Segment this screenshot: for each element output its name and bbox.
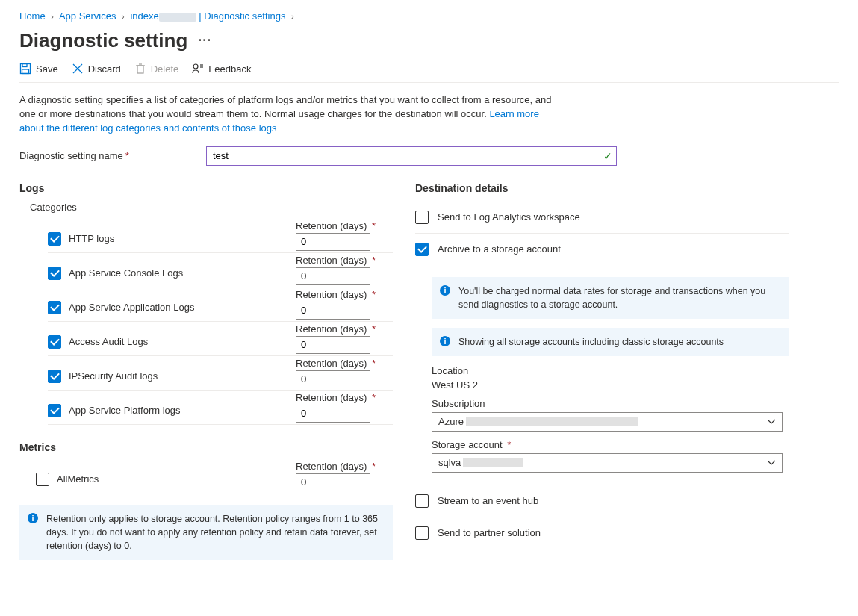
retention-label: Retention (days) * (296, 255, 393, 266)
log-label: HTTP logs (69, 233, 114, 244)
setting-name-input[interactable] (206, 146, 617, 166)
svg-text:i: i (31, 514, 34, 523)
chevron-right-icon: › (122, 12, 125, 21)
log-retention-input[interactable] (296, 267, 370, 285)
retention-label: Retention (days) * (296, 220, 393, 231)
storage-charge-info: i You'll be charged normal data rates fo… (432, 277, 789, 319)
retention-label: Retention (days) * (296, 461, 393, 472)
chevron-down-icon (767, 458, 776, 467)
retention-label: Retention (days) * (296, 289, 393, 300)
partner-checkbox[interactable] (415, 526, 429, 540)
more-menu-button[interactable]: ··· (198, 33, 211, 49)
log-row: App Service Application LogsRetention (d… (48, 287, 393, 322)
event-hub-checkbox[interactable] (415, 494, 429, 508)
close-icon (72, 63, 84, 75)
log-label: App Service Application Logs (69, 302, 194, 313)
subscription-label: Subscription (432, 398, 789, 409)
retention-label: Retention (days) * (296, 323, 393, 335)
retention-info-box: i Retention only applies to storage acco… (19, 505, 393, 560)
feedback-button[interactable]: Feedback (192, 63, 251, 75)
save-icon (19, 63, 31, 75)
location-value: West US 2 (432, 379, 789, 391)
log-row: Access Audit LogsRetention (days) * (48, 322, 393, 356)
chevron-down-icon (767, 417, 776, 426)
storage-visibility-info: i Showing all storage accounts including… (432, 328, 789, 356)
info-icon: i (439, 284, 451, 296)
log-row: App Service Console LogsRetention (days)… (48, 253, 393, 287)
log-row: App Service Platform logsRetention (days… (48, 391, 393, 425)
log-checkbox[interactable] (48, 404, 61, 417)
breadcrumb-app-services[interactable]: App Services (59, 10, 116, 22)
allmetrics-label: AllMetrics (57, 473, 99, 485)
svg-rect-1 (22, 64, 27, 67)
metrics-heading: Metrics (19, 441, 393, 453)
svg-rect-5 (137, 66, 143, 73)
valid-check-icon: ✓ (603, 150, 612, 162)
feedback-icon (192, 63, 204, 75)
location-label: Location (432, 365, 789, 376)
archive-label: Archive to a storage account (438, 243, 561, 255)
storage-account-select[interactable]: sqlva (432, 453, 783, 473)
storage-account-label: Storage account * (432, 439, 789, 450)
svg-point-8 (193, 64, 198, 69)
intro-text: A diagnostic setting specifies a list of… (19, 93, 557, 136)
svg-rect-2 (22, 69, 29, 74)
destination-heading: Destination details (415, 182, 789, 194)
info-icon: i (439, 335, 451, 347)
log-retention-input[interactable] (296, 233, 370, 251)
svg-text:i: i (444, 286, 446, 295)
log-row: IPSecurity Audit logsRetention (days) * (48, 356, 393, 391)
allmetrics-checkbox[interactable] (36, 473, 49, 486)
log-label: App Service Platform logs (69, 405, 181, 416)
log-label: IPSecurity Audit logs (69, 370, 158, 382)
log-checkbox[interactable] (48, 267, 61, 280)
chevron-right-icon: › (291, 12, 294, 21)
svg-text:i: i (444, 337, 446, 346)
delete-icon (134, 63, 146, 75)
log-checkbox[interactable] (48, 335, 61, 349)
log-retention-input[interactable] (296, 370, 370, 388)
partner-label: Send to partner solution (438, 527, 541, 538)
retention-label: Retention (days) * (296, 358, 393, 369)
setting-name-label: Diagnostic setting name* (19, 150, 206, 161)
log-checkbox[interactable] (48, 370, 61, 383)
categories-label: Categories (30, 202, 393, 213)
discard-button[interactable]: Discard (72, 63, 121, 75)
toolbar: Save Discard Delete Feedback (19, 63, 839, 75)
log-analytics-checkbox[interactable] (415, 211, 429, 224)
archive-checkbox[interactable] (415, 243, 429, 256)
log-retention-input[interactable] (296, 405, 370, 423)
log-retention-input[interactable] (296, 336, 370, 354)
breadcrumb-diagnostic-settings[interactable]: indexe | Diagnostic settings (130, 10, 288, 22)
breadcrumb: Home › App Services › indexe | Diagnosti… (19, 10, 839, 22)
log-checkbox[interactable] (48, 232, 61, 246)
logs-heading: Logs (19, 182, 393, 194)
allmetrics-retention-input[interactable] (296, 473, 370, 491)
delete-button: Delete (134, 63, 179, 75)
page-title: Diagnostic setting ··· (19, 29, 839, 52)
log-row: HTTP logsRetention (days) * (48, 219, 393, 253)
subscription-select[interactable]: Azure (432, 412, 783, 432)
log-analytics-label: Send to Log Analytics workspace (438, 211, 580, 223)
breadcrumb-home[interactable]: Home (19, 10, 46, 22)
log-checkbox[interactable] (48, 301, 61, 314)
save-button[interactable]: Save (19, 63, 58, 75)
log-label: App Service Console Logs (69, 267, 183, 279)
retention-label: Retention (days) * (296, 392, 393, 403)
log-retention-input[interactable] (296, 302, 370, 320)
log-label: Access Audit Logs (69, 336, 148, 347)
event-hub-label: Stream to an event hub (438, 495, 538, 506)
chevron-right-icon: › (51, 12, 54, 21)
info-icon: i (27, 512, 39, 524)
